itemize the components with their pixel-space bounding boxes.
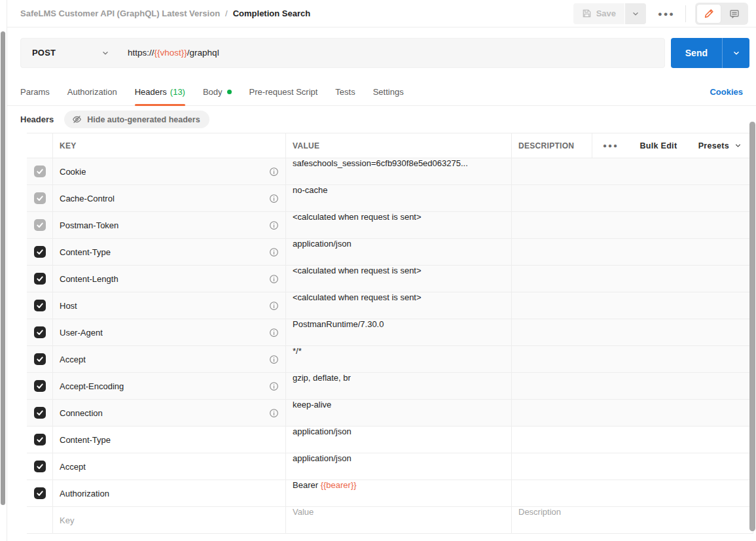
header-key: Connection [60, 408, 103, 418]
row-checkbox[interactable] [34, 166, 46, 177]
more-options-button[interactable]: ●●● [658, 10, 675, 18]
header-description[interactable] [511, 480, 753, 506]
header-value: application/json [293, 239, 351, 249]
info-icon[interactable] [269, 355, 279, 364]
row-checkbox[interactable] [34, 300, 46, 311]
info-icon[interactable] [269, 247, 279, 257]
header-description[interactable] [511, 266, 753, 292]
edit-mode-button[interactable] [697, 5, 721, 23]
header-description[interactable] [511, 319, 753, 345]
header-value: gzip, deflate, br [293, 373, 351, 383]
header-key: Postman-Token [60, 220, 118, 230]
info-icon[interactable] [269, 194, 279, 203]
header-value: keep-alive [293, 400, 331, 410]
header-key: Content-Type [60, 435, 111, 445]
topbar: SafeLMS Customer API (GraphQL) Latest Ve… [7, 0, 756, 27]
info-icon[interactable] [269, 408, 279, 418]
head-value: VALUE [285, 133, 511, 158]
header-value: application/json [293, 427, 351, 436]
headers-count-badge: (13) [170, 87, 185, 97]
send-button[interactable]: Send [671, 38, 722, 68]
info-icon[interactable] [269, 381, 279, 391]
tab-settings[interactable]: Settings [373, 78, 404, 105]
presets-dropdown[interactable]: Presets [698, 141, 742, 150]
header-description[interactable] [511, 346, 753, 372]
tab-authorization[interactable]: Authorization [67, 78, 117, 105]
new-key-input[interactable]: Key [52, 507, 285, 533]
tab-params[interactable]: Params [20, 78, 50, 105]
row-checkbox[interactable] [34, 326, 46, 338]
header-description[interactable] [511, 212, 753, 238]
header-key: Accept [60, 355, 86, 364]
breadcrumb-request-name[interactable]: Completion Search [233, 9, 310, 18]
row-checkbox[interactable] [34, 487, 46, 499]
header-row: Cache-Control no-cache [27, 185, 753, 212]
head-controls: ●●● Bulk Edit Presets [592, 133, 753, 158]
header-key: Authorization [60, 489, 109, 498]
chevron-down-icon [734, 141, 742, 150]
tab-body[interactable]: Body [203, 78, 232, 105]
row-checkbox[interactable] [34, 407, 46, 419]
header-row: Connection keep-alive [27, 400, 753, 427]
left-scrollbar[interactable] [1, 31, 5, 505]
method-select[interactable]: POST [21, 48, 119, 58]
info-icon[interactable] [269, 167, 279, 177]
header-description[interactable] [511, 292, 753, 319]
header-value: <calculated when request is sent> [293, 266, 422, 275]
body-dot-indicator [227, 90, 232, 94]
headers-table-head: KEY VALUE DESCRIPTION ●●● Bulk Edit Pres… [27, 133, 753, 158]
header-description[interactable] [511, 373, 753, 399]
row-checkbox[interactable] [34, 246, 46, 258]
info-icon[interactable] [269, 328, 279, 338]
header-description[interactable] [511, 453, 753, 480]
row-checkbox[interactable] [34, 380, 46, 392]
header-description[interactable] [511, 185, 753, 211]
method-label: POST [32, 48, 56, 58]
new-description-input[interactable]: Description [511, 507, 753, 533]
comments-button[interactable] [723, 5, 746, 23]
tab-headers[interactable]: Headers (13) [135, 78, 185, 105]
save-button-label: Save [596, 9, 616, 18]
header-value: */* [293, 346, 302, 356]
header-key: Accept [60, 462, 86, 472]
header-key: User-Agent [60, 328, 103, 338]
header-description[interactable] [511, 427, 753, 453]
row-checkbox[interactable] [34, 192, 46, 204]
header-value: <calculated when request is sent> [293, 292, 422, 302]
request-pane: SafeLMS Customer API (GraphQL) Latest Ve… [7, 0, 756, 534]
info-icon[interactable] [269, 301, 279, 311]
row-checkbox[interactable] [34, 461, 46, 472]
row-checkbox[interactable] [34, 219, 46, 231]
right-scrollbar[interactable] [749, 122, 755, 531]
edit-comment-segmented-control [695, 3, 748, 25]
url-box: POST https://{{vhost}}/graphql [20, 38, 665, 68]
breadcrumb-collection[interactable]: SafeLMS Customer API (GraphQL) Latest Ve… [20, 9, 220, 18]
save-options-button[interactable] [625, 3, 646, 24]
cookies-link[interactable]: Cookies [710, 87, 743, 97]
header-description[interactable] [511, 158, 753, 184]
send-options-button[interactable] [722, 38, 749, 68]
url-input[interactable]: https://{{vhost}}/graphql [128, 48, 664, 58]
row-checkbox[interactable] [34, 434, 46, 445]
head-checkbox-col [27, 133, 52, 158]
header-value: safeschools_session=6cfb930f8e5ed063275.… [293, 158, 468, 168]
header-description[interactable] [511, 239, 753, 265]
bulk-edit-button[interactable]: Bulk Edit [639, 141, 677, 150]
tab-pre-request-script[interactable]: Pre-request Script [249, 78, 318, 105]
hide-auto-generated-headers-toggle[interactable]: Hide auto-generated headers [64, 111, 209, 128]
header-key: Content-Type [60, 247, 111, 257]
header-row: Content-Type application/json [27, 239, 753, 266]
tab-tests[interactable]: Tests [335, 78, 355, 105]
header-row: Accept */* [27, 346, 753, 373]
row-checkbox[interactable] [34, 273, 46, 285]
column-options-button[interactable]: ●●● [603, 142, 619, 149]
topbar-divider [685, 5, 686, 22]
row-checkbox[interactable] [34, 353, 46, 365]
info-icon[interactable] [269, 274, 279, 284]
chevron-down-icon [101, 48, 110, 58]
new-value-input[interactable]: Value [285, 507, 511, 533]
info-icon[interactable] [269, 220, 279, 230]
save-button[interactable]: Save [573, 3, 624, 24]
header-description[interactable] [511, 400, 753, 426]
header-row: Accept-Encoding gzip, deflate, br [27, 373, 753, 400]
